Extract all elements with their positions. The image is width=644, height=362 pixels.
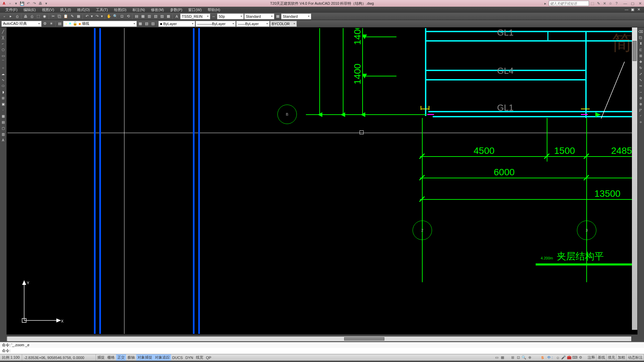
array-icon[interactable]: ⊞ — [638, 53, 644, 58]
explode-icon[interactable]: ✧ — [638, 119, 644, 125]
status-toggle-对象捕捉[interactable]: 对象捕捉 — [136, 354, 154, 361]
menu-window[interactable]: 窗口(W) — [185, 7, 204, 13]
menu-format[interactable]: 格式(O) — [74, 7, 93, 13]
undo-button[interactable]: ↶ — [84, 13, 90, 19]
markup-icon[interactable]: ▨ — [159, 13, 165, 19]
print-icon[interactable]: 🖶 — [38, 1, 43, 6]
status-toggle-正交[interactable]: 正交 — [116, 354, 126, 361]
save-icon[interactable]: 💾 — [19, 1, 25, 6]
model-button[interactable]: ▭ — [494, 355, 499, 360]
status-toggle-捕捉[interactable]: 捕捉 — [96, 354, 106, 361]
menu-edit[interactable]: 编辑(E) — [21, 7, 39, 13]
comm-icon[interactable]: ✎ — [596, 1, 601, 6]
mirror-icon[interactable]: ⧗ — [638, 41, 644, 46]
menu-help[interactable]: 帮助(H) — [205, 7, 223, 13]
sheet-set-icon[interactable]: ▧ — [153, 13, 159, 19]
block-make-icon[interactable]: ▣ — [0, 101, 6, 107]
arc-icon[interactable]: ⌒ — [0, 59, 6, 64]
move-icon[interactable]: ✥ — [638, 59, 644, 64]
status-toggle-对象追踪[interactable]: 对象追踪 — [154, 354, 171, 361]
copy-icon[interactable]: ⿻ — [56, 13, 62, 19]
zoom-rt-icon[interactable]: 🔍 — [112, 13, 118, 19]
insert-icon[interactable]: ⊞ — [0, 95, 6, 101]
break-icon[interactable]: ⊘ — [638, 95, 644, 101]
paste-icon[interactable]: 📋 — [63, 13, 69, 19]
undo-icon[interactable]: ↶ — [25, 1, 31, 6]
pan-icon[interactable]: ✋ — [106, 13, 112, 19]
tool-palette-icon[interactable]: ▥ — [146, 13, 152, 19]
doc-close-button[interactable]: ✕ — [636, 7, 641, 12]
close-button[interactable]: ✕ — [637, 1, 643, 6]
vertical-scrollbar[interactable] — [632, 27, 637, 330]
maximize-button[interactable]: ▢ — [630, 1, 635, 6]
quickview-layouts-icon[interactable]: ⊞ — [510, 355, 515, 360]
help-icon[interactable]: ? — [614, 1, 619, 6]
cut-icon[interactable]: ✂ — [50, 13, 56, 19]
new-doc-icon[interactable]: ▫ — [1, 13, 7, 19]
ime-toolbox-icon[interactable]: 🧰 — [567, 355, 572, 360]
menu-dimension[interactable]: 标注(N) — [130, 7, 148, 13]
undo-dd-icon[interactable]: ▾ — [90, 13, 94, 19]
polygon-icon[interactable]: ⬠ — [0, 47, 6, 52]
color-dropdown[interactable]: ■ ByLayer — [158, 21, 195, 27]
open-doc-icon[interactable]: ▸ — [8, 13, 14, 19]
plot-icon[interactable]: 🖶 — [22, 13, 29, 19]
spline-icon[interactable]: ∿ — [0, 77, 6, 82]
layer-dropdown[interactable]: ♀ ☀ 🔓 ■ 墙线 — [63, 21, 137, 27]
table-style-dropdown[interactable]: Standard — [281, 13, 311, 19]
lineweight-dropdown[interactable]: —— ByLayer — [236, 21, 270, 27]
redo-icon[interactable]: ↷ — [32, 1, 37, 6]
minimize-button[interactable]: — — [623, 1, 628, 6]
layer-props-icon[interactable]: ▤ — [57, 21, 63, 27]
text-size-dropdown[interactable]: 50p — [217, 13, 244, 19]
annotation-visible-icon[interactable]: ⊕ — [527, 355, 532, 360]
workspace-settings-icon[interactable]: ⚙ — [42, 21, 48, 27]
menu-param[interactable]: 参数(P) — [167, 7, 185, 13]
properties-icon[interactable]: ▤ — [133, 13, 140, 19]
menu-draw[interactable]: 绘图(D) — [111, 7, 129, 13]
doc-restore-button[interactable]: ▣ — [630, 7, 635, 12]
status-toggle-QP[interactable]: QP — [205, 354, 213, 361]
offset-icon[interactable]: ⊏ — [638, 47, 644, 52]
ellipse-icon[interactable]: ⬭ — [0, 83, 6, 88]
menu-view[interactable]: 视图(V) — [39, 7, 57, 13]
layer-prev-icon[interactable]: ▨ — [150, 21, 156, 27]
erase-icon[interactable]: ⌫ — [638, 29, 644, 34]
qat-more-icon[interactable]: ▾ — [44, 1, 49, 6]
horizontal-scrollbar[interactable] — [7, 337, 631, 341]
workspace-save-icon[interactable]: ☀ — [48, 21, 54, 27]
region-icon[interactable]: ▢ — [0, 125, 6, 131]
scale-icon[interactable]: ⤢ — [638, 71, 644, 76]
quickcalc-icon[interactable]: ▩ — [165, 13, 171, 19]
open-icon[interactable]: ▾ — [13, 1, 19, 6]
extend-icon[interactable]: → — [638, 89, 644, 95]
redo-button[interactable]: ↷ — [94, 13, 100, 19]
match-icon[interactable]: ✎ — [69, 13, 75, 19]
revcloud-icon[interactable]: ☁ — [0, 71, 6, 76]
sb-dyndim-label[interactable]: 动态标注 — [627, 354, 644, 361]
redo-dd-icon[interactable]: ▾ — [100, 13, 104, 19]
ime-keyboard-icon[interactable]: ⌨ — [572, 355, 578, 360]
menu-tools[interactable]: 工具(T) — [93, 7, 111, 13]
zoom-prev-icon[interactable]: ⟲ — [125, 13, 131, 19]
gradient-icon[interactable]: ▤ — [0, 119, 6, 125]
stretch-icon[interactable]: ⤡ — [638, 77, 644, 82]
pline-icon[interactable]: ⌐ — [0, 41, 6, 46]
styles-icon[interactable]: A — [174, 13, 180, 19]
doc-minimize-button[interactable]: — — [624, 7, 629, 12]
publish-icon[interactable]: ⬚ — [35, 13, 41, 19]
ime-settings-icon[interactable]: ⚙ — [578, 355, 583, 360]
plotstyle-dropdown[interactable]: BYCOLOR — [270, 21, 297, 27]
sb-fill-label[interactable]: 填充 — [607, 354, 616, 361]
sb-bold-label[interactable]: 加粗 — [617, 354, 627, 361]
command-prompt[interactable]: 命令: — [0, 348, 644, 354]
quickview-drawings-icon[interactable]: ⊡ — [516, 355, 521, 360]
new-icon[interactable]: ▫ — [7, 1, 13, 6]
status-toggle-极轴[interactable]: 极轴 — [126, 354, 136, 361]
line-icon[interactable]: ╱ — [0, 29, 6, 34]
rect-icon[interactable]: ▭ — [0, 53, 6, 58]
font-style-dropdown[interactable]: TSSD_REIN — [180, 13, 210, 19]
plot-preview-icon[interactable]: ⎙ — [29, 13, 35, 19]
linetype-dropdown[interactable]: ———— ByLayer — [196, 21, 236, 27]
app-icon[interactable]: A — [1, 1, 7, 6]
